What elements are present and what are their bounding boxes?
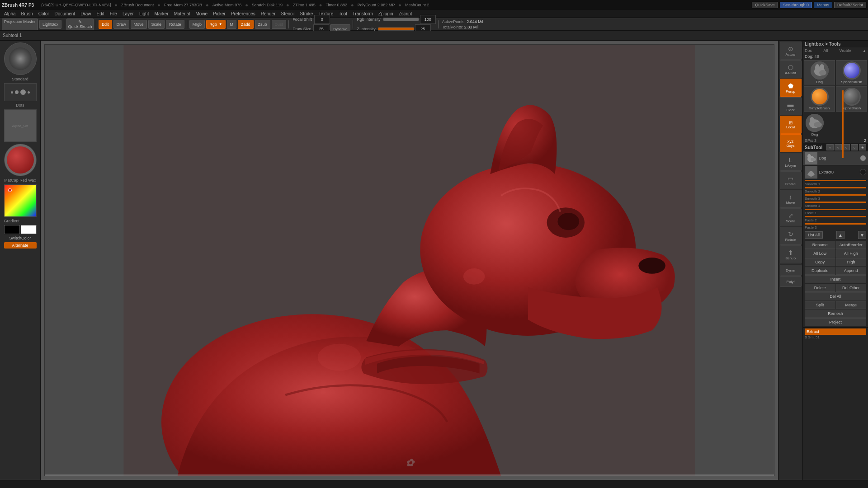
subtool-icon-1[interactable]: ○ xyxy=(826,144,834,150)
menus-button[interactable]: Menus xyxy=(814,2,832,8)
m-flag-button[interactable]: M xyxy=(227,20,237,29)
project-button[interactable]: Project xyxy=(805,318,866,326)
frame-button[interactable]: ▭ Frame xyxy=(780,171,802,189)
subtool-visible[interactable]: ◈ xyxy=(859,144,866,150)
subtool-item-dog[interactable]: Dog xyxy=(803,151,868,165)
ssnup-icon: ⬆ xyxy=(788,249,793,256)
canvas-area[interactable]: ✿ xyxy=(41,41,778,480)
aahalf-button[interactable]: ⬡ AAHalf xyxy=(780,60,802,78)
ssnup-button[interactable]: ⬆ Ssnup xyxy=(780,245,802,263)
menu-layer[interactable]: Layer xyxy=(120,11,136,17)
menu-render[interactable]: Render xyxy=(259,11,278,17)
delete-button[interactable]: Delete xyxy=(805,284,835,292)
edit-button[interactable]: Edit xyxy=(99,20,112,29)
floor-button[interactable]: ▬ Floor xyxy=(780,97,802,115)
menu-color[interactable]: Color xyxy=(36,11,52,17)
extract-section-label[interactable]: Extract xyxy=(805,328,866,335)
subtool-extract-toggle[interactable] xyxy=(860,169,866,175)
menu-file[interactable]: File xyxy=(108,11,119,17)
copy-button[interactable]: Copy xyxy=(805,258,835,266)
menu-alpha[interactable]: Alpha xyxy=(2,11,18,17)
projection-master-button[interactable]: Projection Master xyxy=(2,19,38,30)
auto-reorder-button[interactable]: AutoReorder xyxy=(836,241,867,249)
quick-sketch-button[interactable]: ✎ Quick Sketch xyxy=(66,19,94,30)
dynamic-btn[interactable]: Dynm xyxy=(780,265,802,276)
list-all-button[interactable]: List All xyxy=(805,231,823,239)
persp-button[interactable]: ⬟ Persp xyxy=(780,79,802,97)
insert-button[interactable]: Insert xyxy=(805,275,866,283)
rotate-button-right[interactable]: ↻ Rotate xyxy=(780,227,802,245)
menu-preferences[interactable]: Preferences xyxy=(229,11,258,17)
laxym-button[interactable]: L LAxym xyxy=(780,153,802,171)
scale-button-right[interactable]: ⤢ Scale xyxy=(780,208,802,226)
brush-preview[interactable] xyxy=(4,42,37,75)
all-low-button[interactable]: All Low xyxy=(805,249,835,258)
spix-row: SPix 3 2 xyxy=(803,138,868,143)
polyf-btn[interactable]: Polyf xyxy=(780,276,802,287)
merge-button[interactable]: Merge xyxy=(836,301,867,309)
quick-sketch-icon: ✎ xyxy=(78,19,82,24)
duplicate-button[interactable]: Duplicate xyxy=(805,267,835,275)
menu-material[interactable]: Material xyxy=(172,11,193,17)
layout-button[interactable]: DefaultZScript xyxy=(834,2,866,8)
mrgb-button[interactable]: Mrgb xyxy=(189,20,205,29)
menu-edit[interactable]: Edit xyxy=(94,11,107,17)
sphere-brush-card[interactable]: SphearBrush xyxy=(836,60,867,85)
menu-movie[interactable]: Movie xyxy=(193,11,210,17)
prop-smooth3: Smooth 3 xyxy=(803,196,868,201)
gxyz-button[interactable]: xyz Gxyz xyxy=(780,134,802,152)
lightbox-button[interactable]: LightBox xyxy=(39,20,61,29)
zadd-button[interactable]: Zadd xyxy=(238,20,254,29)
alpha-preview[interactable]: Alpha_Off xyxy=(4,109,37,142)
rgb-button[interactable]: Rgb ▼ xyxy=(206,20,225,29)
brush-grid: Dog SphearBrush SimpleBrush xyxy=(803,59,868,113)
color-picker[interactable] xyxy=(4,184,37,217)
menu-picker[interactable]: Picker xyxy=(211,11,228,17)
quick-save-button[interactable]: QuickSave xyxy=(752,2,778,8)
dots-preview[interactable] xyxy=(4,83,37,101)
all-high-button[interactable]: All High xyxy=(836,249,867,258)
canvas-viewport[interactable]: ✿ xyxy=(44,44,774,476)
rgb-intensity-slider[interactable] xyxy=(383,18,419,21)
dust-button[interactable]: Dust xyxy=(272,20,287,29)
subtool-dog-toggle[interactable] xyxy=(860,155,866,161)
subtool-icon-4[interactable]: ○ xyxy=(851,144,858,150)
alpha-brush-card[interactable]: AlphaBrush xyxy=(836,86,867,112)
alternate-button[interactable]: Alternate xyxy=(4,242,37,249)
move-button-right[interactable]: ↕ Move xyxy=(780,190,802,208)
remesh-button[interactable]: Remesh xyxy=(805,310,866,318)
menu-marker[interactable]: Marker xyxy=(152,11,171,17)
list-down-arrow[interactable]: ▼ xyxy=(858,231,866,239)
white-swatch[interactable] xyxy=(21,225,37,234)
timer: Timer 0.882 xyxy=(326,3,347,7)
menu-light[interactable]: Light xyxy=(137,11,151,17)
menu-brush[interactable]: Brush xyxy=(19,11,35,17)
dog2-brush-card[interactable]: Dog xyxy=(805,113,825,137)
z-intensity-slider[interactable] xyxy=(378,27,414,31)
texture-preview[interactable] xyxy=(4,144,37,176)
del-all-button[interactable]: Del All xyxy=(805,292,866,300)
draw-button[interactable]: Draw xyxy=(113,20,129,29)
local-button[interactable]: ⊞ Local xyxy=(780,116,802,134)
black-swatch[interactable] xyxy=(4,225,20,234)
menu-document[interactable]: Document xyxy=(52,11,78,17)
zsub-button[interactable]: Zsub xyxy=(255,20,270,29)
simple-brush-card[interactable]: SimpleBrush xyxy=(804,86,835,112)
rename-button[interactable]: Rename xyxy=(805,241,835,249)
panel-collapse[interactable]: ▲ xyxy=(863,49,866,53)
del-other-button[interactable]: Del Other xyxy=(836,284,867,292)
subtool-icon-3[interactable]: ○ xyxy=(843,144,850,150)
actual-button[interactable]: ⊙ Actual xyxy=(780,42,802,60)
subtool-item-extract[interactable]: Extract8 xyxy=(803,165,868,179)
dog-brush-card[interactable]: Dog xyxy=(804,60,835,85)
subtool-icon-2[interactable]: ○ xyxy=(835,144,842,150)
list-up-arrow[interactable]: ▲ xyxy=(836,231,844,239)
split-button[interactable]: Split xyxy=(805,301,835,309)
see-through-button[interactable]: See-through 0 xyxy=(780,2,812,8)
scale-button[interactable]: Scale xyxy=(148,20,165,29)
rotate-button[interactable]: Rotate xyxy=(166,20,184,29)
append-button[interactable]: Append xyxy=(836,267,867,275)
high-button[interactable]: High xyxy=(836,258,867,266)
move-button[interactable]: Move xyxy=(131,20,147,29)
menu-draw[interactable]: Draw xyxy=(78,11,93,17)
